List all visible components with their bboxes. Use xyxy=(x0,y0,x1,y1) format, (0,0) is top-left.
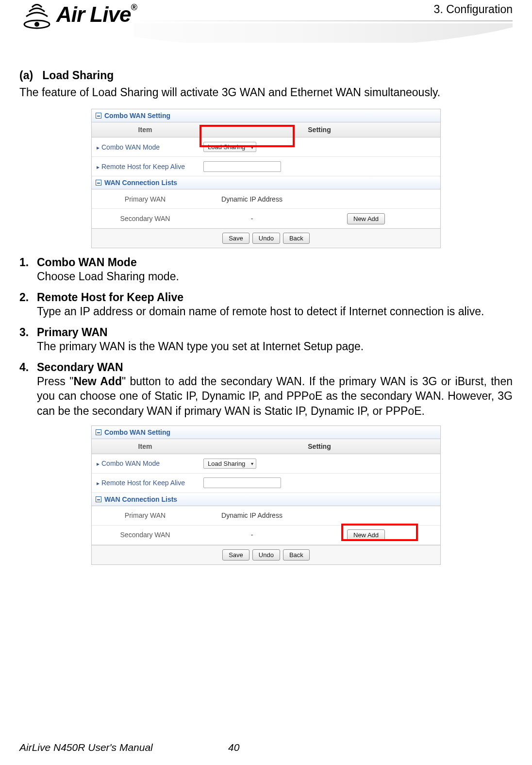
row-extra: New Add xyxy=(305,526,440,544)
row-secondary-wan: Secondary WAN - New Add xyxy=(92,209,440,228)
button-row: Save Undo Back xyxy=(92,545,440,564)
section-a-heading: (a) Load Sharing xyxy=(19,68,513,83)
registered-icon: ® xyxy=(131,2,136,12)
caret-icon: ▸ xyxy=(97,460,100,467)
panel-toggle-icon xyxy=(96,180,101,186)
chapter-title: 3. Configuration xyxy=(434,3,513,16)
panel-title: Combo WAN Setting xyxy=(104,428,170,436)
row-primary-wan: Primary WAN Dynamic IP Address xyxy=(92,189,440,209)
panel-combo-wan-setting: Combo WAN Setting xyxy=(92,109,440,122)
screenshot-2: Combo WAN Setting Item Setting ▸Combo WA… xyxy=(19,425,513,565)
row-value: Load Sharing ▾ xyxy=(199,138,440,155)
chevron-down-icon: ▾ xyxy=(251,144,253,150)
remote-host-input[interactable] xyxy=(203,161,281,172)
footer-page-number: 40 xyxy=(228,742,239,753)
table-header: Item Setting xyxy=(92,122,440,137)
list-title: Combo WAN Mode xyxy=(37,256,513,269)
save-button[interactable]: Save xyxy=(222,549,249,561)
list-item: 1. Combo WAN Mode Choose Load Sharing mo… xyxy=(19,256,513,284)
list-item: 3. Primary WAN The primary WAN is the WA… xyxy=(19,326,513,354)
col-setting: Setting xyxy=(199,439,440,454)
row-label: Primary WAN xyxy=(92,508,199,523)
col-item: Item xyxy=(92,439,199,454)
back-button[interactable]: Back xyxy=(283,549,310,561)
list-item: 4. Secondary WAN Press "New Add" button … xyxy=(19,361,513,419)
row-remote-host: ▸Remote Host for Keep Alive xyxy=(92,474,440,493)
row-value: Dynamic IP Address xyxy=(199,508,305,523)
page-header: Air Live® 3. Configuration xyxy=(19,0,513,49)
caret-icon: ▸ xyxy=(97,480,100,487)
brand-logo: Air Live® xyxy=(19,0,137,29)
list-title: Remote Host for Keep Alive xyxy=(37,291,513,304)
list-title: Primary WAN xyxy=(37,326,513,339)
row-value: - xyxy=(199,211,305,226)
definition-list: 1. Combo WAN Mode Choose Load Sharing mo… xyxy=(19,256,513,419)
caret-icon: ▸ xyxy=(97,164,100,170)
list-title: Secondary WAN xyxy=(37,361,513,374)
row-label: ▸Combo WAN Mode xyxy=(92,140,199,154)
row-primary-wan: Primary WAN Dynamic IP Address xyxy=(92,506,440,526)
panel-wan-connection-lists: WAN Connection Lists xyxy=(92,493,440,506)
combo-wan-mode-select[interactable]: Load Sharing ▾ xyxy=(203,142,256,152)
list-number: 2. xyxy=(19,291,37,319)
list-desc: Press "New Add" button to add the second… xyxy=(37,374,513,419)
table-header: Item Setting xyxy=(92,439,440,454)
panel-title: WAN Connection Lists xyxy=(104,179,177,187)
panel-title: WAN Connection Lists xyxy=(104,495,177,503)
header-swoosh xyxy=(134,23,513,43)
row-extra xyxy=(305,512,440,519)
col-setting: Setting xyxy=(199,122,440,137)
row-value: Dynamic IP Address xyxy=(199,192,305,206)
row-combo-wan-mode: ▸Combo WAN Mode Load Sharing ▾ xyxy=(92,137,440,157)
list-desc: Choose Load Sharing mode. xyxy=(37,269,513,284)
section-intro: The feature of Load Sharing will activat… xyxy=(19,85,513,100)
undo-button[interactable]: Undo xyxy=(252,233,280,244)
page-footer: AirLive N450R User's Manual 40 xyxy=(19,742,513,753)
row-secondary-wan: Secondary WAN - New Add xyxy=(92,526,440,545)
footer-manual-title: AirLive N450R User's Manual xyxy=(19,742,228,753)
list-desc: Type an IP address or domain name of rem… xyxy=(37,304,513,319)
row-extra: New Add xyxy=(305,210,440,228)
caret-icon: ▸ xyxy=(97,144,100,151)
row-label: Secondary WAN xyxy=(92,211,199,226)
panel-title: Combo WAN Setting xyxy=(104,112,170,119)
list-number: 1. xyxy=(19,256,37,284)
row-value: - xyxy=(199,527,305,542)
row-extra xyxy=(305,196,440,203)
panel-toggle-icon xyxy=(96,429,101,435)
wave-icon xyxy=(19,0,54,29)
header-divider xyxy=(134,20,513,21)
brand-text: Air Live® xyxy=(56,2,137,27)
list-desc: The primary WAN is the WAN type you set … xyxy=(37,339,513,354)
combo-wan-mode-select[interactable]: Load Sharing ▾ xyxy=(203,459,256,469)
undo-button[interactable]: Undo xyxy=(252,549,280,561)
row-label: ▸Combo WAN Mode xyxy=(92,456,199,471)
list-item: 2. Remote Host for Keep Alive Type an IP… xyxy=(19,291,513,319)
row-label: Primary WAN xyxy=(92,192,199,206)
panel-combo-wan-setting: Combo WAN Setting xyxy=(92,426,440,439)
row-value xyxy=(199,158,440,175)
new-add-button[interactable]: New Add xyxy=(347,213,385,224)
button-row: Save Undo Back xyxy=(92,228,440,248)
panel-wan-connection-lists: WAN Connection Lists xyxy=(92,176,440,189)
svg-point-1 xyxy=(34,22,39,27)
row-label: ▸Remote Host for Keep Alive xyxy=(92,476,199,490)
remote-host-input[interactable] xyxy=(203,477,281,488)
col-item: Item xyxy=(92,122,199,137)
save-button[interactable]: Save xyxy=(222,233,249,244)
screenshot-1: Combo WAN Setting Item Setting ▸Combo WA… xyxy=(19,109,513,248)
row-label: ▸Remote Host for Keep Alive xyxy=(92,159,199,174)
back-button[interactable]: Back xyxy=(283,233,310,244)
list-number: 4. xyxy=(19,361,37,419)
row-value: Load Sharing ▾ xyxy=(199,455,440,472)
list-number: 3. xyxy=(19,326,37,354)
row-combo-wan-mode: ▸Combo WAN Mode Load Sharing ▾ xyxy=(92,454,440,474)
panel-toggle-icon xyxy=(96,113,101,119)
chevron-down-icon: ▾ xyxy=(251,461,253,466)
panel-toggle-icon xyxy=(96,496,101,502)
row-value xyxy=(199,474,440,492)
row-remote-host: ▸Remote Host for Keep Alive xyxy=(92,157,440,176)
new-add-button[interactable]: New Add xyxy=(347,529,385,541)
row-label: Secondary WAN xyxy=(92,527,199,542)
